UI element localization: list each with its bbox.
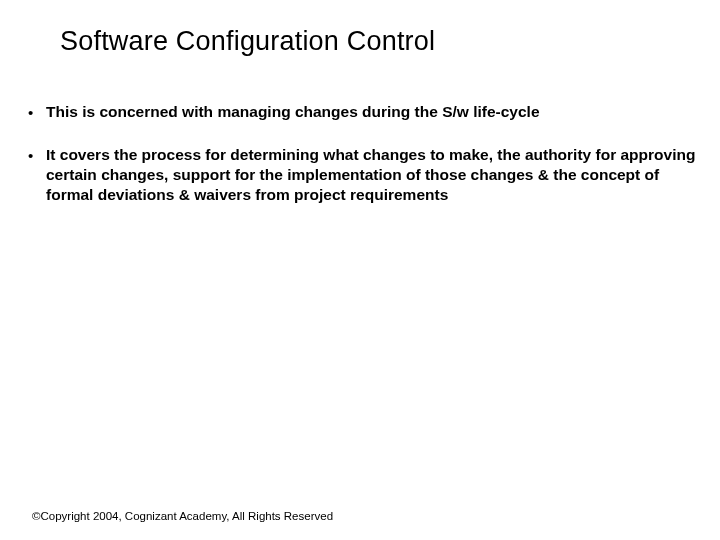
slide-title: Software Configuration Control [60, 26, 435, 57]
slide: Software Configuration Control • This is… [0, 0, 720, 540]
bullet-item: • It covers the process for determining … [28, 145, 700, 205]
bullet-marker-icon: • [28, 145, 46, 166]
bullet-item: • This is concerned with managing change… [28, 102, 700, 123]
bullet-text: It covers the process for determining wh… [46, 145, 700, 205]
bullet-marker-icon: • [28, 102, 46, 123]
slide-content: • This is concerned with managing change… [28, 102, 700, 227]
bullet-text: This is concerned with managing changes … [46, 102, 700, 122]
copyright-footer: ©Copyright 2004, Cognizant Academy, All … [32, 510, 333, 522]
